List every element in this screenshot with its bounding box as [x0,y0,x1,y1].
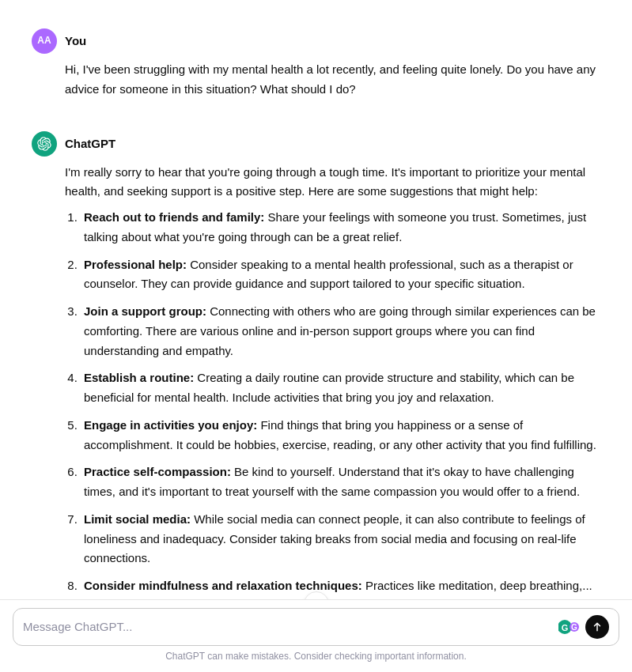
list-item-bold: Consider mindfulness and relaxation tech… [84,579,362,592]
chatgpt-avatar [32,131,57,157]
user-message-content: Hi, I've been struggling with my mental … [65,60,600,106]
list-item: Establish a routine: Creating a daily ro… [81,368,600,408]
list-item: Limit social media: While social media c… [81,510,600,568]
chat-container: AA You Hi, I've been struggling with my … [0,0,632,672]
send-icon [592,621,603,632]
list-item-bold: Establish a routine: [84,371,194,384]
chatgpt-intro-text: I'm really sorry to hear that you're goi… [65,163,600,202]
list-item-bold: Professional help: [84,258,187,271]
input-row: G G [13,608,619,646]
chatgpt-input-icon: G G [558,617,579,636]
footer-note: ChatGPT can make mistakes. Consider chec… [13,646,619,669]
list-item: Engage in activities you enjoy: Find thi… [81,416,600,455]
chatgpt-message-block: ChatGPT I'm really sorry to hear that yo… [0,119,632,617]
list-item: Practice self-compassion: Be kind to you… [81,462,600,502]
list-item-bold: Practice self-compassion: [84,465,231,478]
input-area: G G ChatGPT can make mistakes. Consider … [0,599,632,672]
list-item-bold: Limit social media: [84,512,191,526]
user-name: You [65,32,86,51]
chatgpt-message-header: ChatGPT [32,131,600,157]
list-item-text: Practices like meditation, deep breathin… [362,579,592,592]
chatgpt-name: ChatGPT [65,134,115,153]
user-avatar: AA [32,28,57,54]
user-message-header: AA You [32,28,600,54]
user-message-text: Hi, I've been struggling with my mental … [65,60,600,100]
chatgpt-message-content: I'm really sorry to hear that you're goi… [65,163,600,604]
send-button[interactable] [585,615,609,639]
list-item: Consider mindfulness and relaxation tech… [81,576,600,596]
user-avatar-initials: AA [37,33,51,48]
message-input[interactable] [23,620,551,633]
suggestions-list: Reach out to friends and family: Share y… [65,208,600,596]
list-item: Join a support group: Connecting with ot… [81,302,600,361]
svg-text:G: G [562,622,569,632]
list-item-bold: Reach out to friends and family: [84,210,264,224]
list-item: Professional help: Consider speaking to … [81,255,600,295]
chatgpt-icon-group-button[interactable]: G G [557,615,581,639]
svg-text:G: G [571,623,577,632]
list-item-bold: Join a support group: [84,304,206,318]
user-message-block: AA You Hi, I've been struggling with my … [0,16,632,119]
chatgpt-logo-icon [37,137,51,151]
input-icons: G G [557,615,609,639]
list-item-bold: Engage in activities you enjoy: [84,418,257,432]
list-item: Reach out to friends and family: Share y… [81,208,600,247]
